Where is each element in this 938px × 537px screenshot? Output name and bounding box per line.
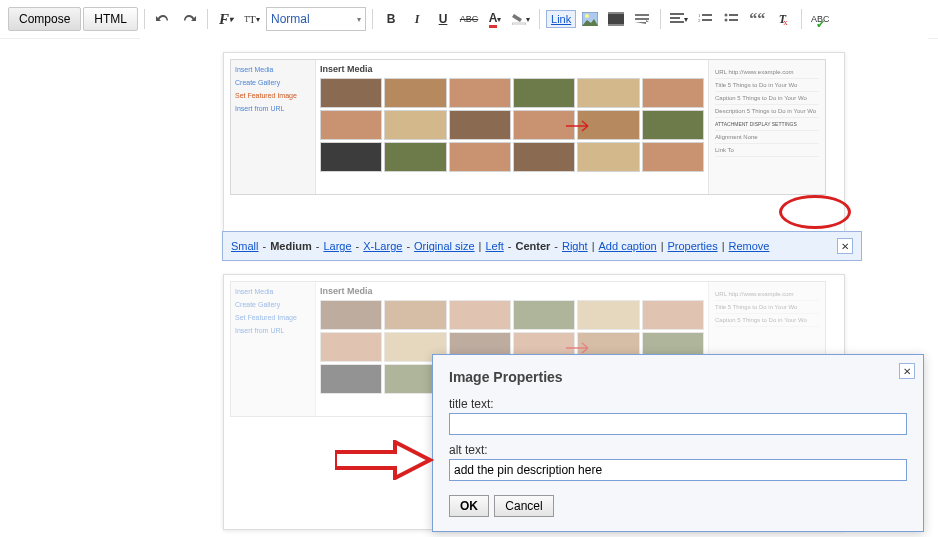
link-button[interactable]: Link (546, 10, 576, 28)
size-medium[interactable]: Medium (270, 240, 312, 252)
media-sidebar: Insert Media Create Gallery Set Featured… (231, 60, 316, 194)
svg-rect-3 (608, 12, 624, 26)
media-library-screenshot: Insert Media Create Gallery Set Featured… (230, 59, 826, 195)
svg-rect-5 (608, 24, 624, 26)
underline-button[interactable]: U (431, 8, 455, 30)
size-small[interactable]: Small (231, 240, 259, 252)
svg-point-15 (725, 14, 728, 17)
close-image-toolbar[interactable]: ✕ (837, 238, 853, 254)
dialog-title: Image Properties (449, 369, 907, 385)
remove-format-icon[interactable]: Tx (771, 8, 795, 30)
compose-tab[interactable]: Compose (8, 7, 81, 31)
align-left[interactable]: Left (485, 240, 503, 252)
svg-rect-12 (702, 14, 712, 16)
strikethrough-button[interactable]: ABC (457, 8, 481, 30)
text-color-icon[interactable]: A▾ (483, 8, 507, 30)
size-xlarge[interactable]: X-Large (363, 240, 402, 252)
svg-rect-14 (702, 19, 712, 21)
align-right[interactable]: Right (562, 240, 588, 252)
insert-video-icon[interactable] (604, 8, 628, 30)
html-tab[interactable]: HTML (83, 7, 138, 31)
svg-rect-16 (729, 14, 738, 16)
redo-icon[interactable] (177, 8, 201, 30)
font-size-icon[interactable]: TT▾ (240, 8, 264, 30)
heading-select[interactable]: Normal▾ (266, 7, 366, 31)
svg-rect-7 (635, 18, 649, 20)
ok-button[interactable]: OK (449, 495, 489, 517)
svg-rect-6 (635, 14, 649, 16)
demo-page-1: Insert Media Create Gallery Set Featured… (223, 52, 845, 258)
alt-text-label: alt text: (449, 443, 907, 457)
remove-link[interactable]: Remove (729, 240, 770, 252)
add-caption-link[interactable]: Add caption (599, 240, 657, 252)
alt-text-input[interactable] (449, 459, 907, 481)
highlight-color-icon[interactable]: ▾ (509, 8, 533, 30)
svg-rect-8 (670, 13, 684, 15)
properties-link[interactable]: Properties (668, 240, 718, 252)
svg-point-17 (725, 19, 728, 22)
insert-image-icon[interactable] (578, 8, 602, 30)
cancel-button[interactable]: Cancel (494, 495, 553, 517)
editor-toolbar: Compose HTML F▾ TT▾ Normal▾ B I U ABC A▾… (0, 0, 938, 39)
undo-icon[interactable] (151, 8, 175, 30)
bold-button[interactable]: B (379, 8, 403, 30)
svg-rect-9 (670, 17, 680, 19)
align-icon[interactable]: ▾ (667, 8, 691, 30)
insert-break-icon[interactable] (630, 8, 654, 30)
font-family-icon[interactable]: F▾ (214, 8, 238, 30)
svg-point-2 (585, 14, 589, 18)
svg-text:2: 2 (698, 18, 701, 23)
image-properties-dialog: ✕ Image Properties title text: alt text:… (432, 354, 924, 532)
align-center[interactable]: Center (515, 240, 550, 252)
title-text-input[interactable] (449, 413, 907, 435)
spellcheck-icon[interactable]: ABC✔ (808, 8, 832, 30)
svg-rect-4 (608, 12, 624, 14)
dialog-close-button[interactable]: ✕ (899, 363, 915, 379)
image-resize-toolbar: Small - Medium - Large - X-Large - Origi… (222, 231, 862, 261)
svg-rect-10 (670, 21, 684, 23)
italic-button[interactable]: I (405, 8, 429, 30)
title-text-label: title text: (449, 397, 907, 411)
quote-icon[interactable]: ““ (745, 8, 769, 30)
svg-rect-0 (512, 23, 526, 25)
svg-rect-18 (729, 19, 738, 21)
size-large[interactable]: Large (323, 240, 351, 252)
numbered-list-icon[interactable]: 12 (693, 8, 717, 30)
size-original[interactable]: Original size (414, 240, 475, 252)
bullet-list-icon[interactable] (719, 8, 743, 30)
